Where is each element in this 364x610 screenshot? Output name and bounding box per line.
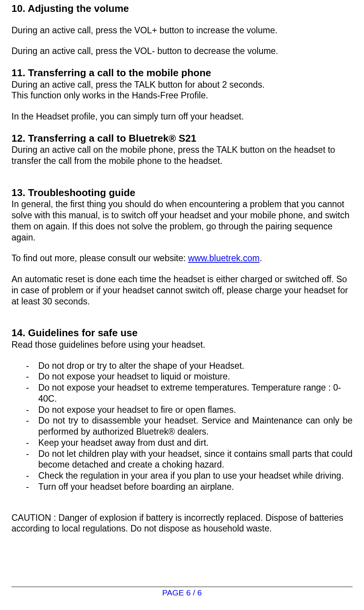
paragraph: To find out more, please consult our web… — [11, 253, 353, 264]
paragraph: During an active call, press the VOL+ bu… — [11, 25, 353, 36]
footer-divider — [11, 587, 353, 587]
list-item: Keep your headset away from dust and dir… — [11, 437, 353, 448]
heading-11: 11. Transferring a call to the mobile ph… — [11, 67, 353, 79]
guidelines-list: Do not drop or try to alter the shape of… — [11, 360, 353, 492]
paragraph: This function only works in the Hands-Fr… — [11, 90, 353, 101]
paragraph: During an active call, press the VOL- bu… — [11, 46, 353, 57]
list-item: Turn off your headset before boarding an… — [11, 481, 353, 492]
text: . — [260, 253, 262, 263]
list-item: Check the regulation in your area if you… — [11, 470, 353, 481]
paragraph: In general, the first thing you should d… — [11, 199, 353, 243]
page-number: PAGE 6 / 6 — [11, 588, 353, 598]
paragraph: An automatic reset is done each time the… — [11, 274, 353, 307]
text: To find out more, please consult our web… — [11, 253, 188, 263]
website-link[interactable]: www.bluetrek.com — [188, 253, 260, 263]
heading-12: 12. Transferring a call to Bluetrek® S21 — [11, 132, 353, 145]
heading-14: 14. Guidelines for safe use — [11, 327, 353, 339]
paragraph: During an active call, press the TALK bu… — [11, 79, 353, 90]
list-item: Do not expose your headset to extreme te… — [11, 382, 353, 404]
list-item: Do not try to disassemble your headset. … — [11, 415, 353, 437]
document-page: 10. Adjusting the volume During an activ… — [0, 0, 364, 610]
heading-13: 13. Troubleshooting guide — [11, 186, 353, 199]
list-item: Do not expose your headset to liquid or … — [11, 371, 353, 382]
paragraph: Read those guidelines before using your … — [11, 339, 353, 350]
caution-paragraph: CAUTION : Danger of explosion if battery… — [11, 512, 353, 535]
paragraph: During an active call on the mobile phon… — [11, 144, 353, 167]
list-item: Do not let children play with your heads… — [11, 448, 353, 471]
list-item: Do not drop or try to alter the shape of… — [11, 360, 353, 371]
heading-10: 10. Adjusting the volume — [11, 2, 353, 15]
page-footer: PAGE 6 / 6 — [11, 587, 353, 598]
list-item: Do not expose your headset to fire or op… — [11, 404, 353, 415]
paragraph: In the Headset profile, you can simply t… — [11, 111, 353, 122]
